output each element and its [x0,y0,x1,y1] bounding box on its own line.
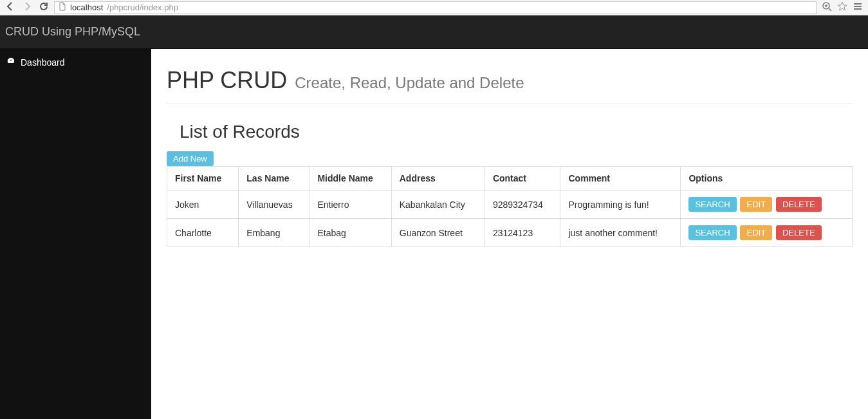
page-header: PHP CRUD Create, Read, Update and Delete [167,63,853,104]
url-host: localhost [70,3,103,12]
search-button[interactable]: SEARCH [688,197,736,212]
cell-comment: Programming is fun! [560,191,681,219]
cell-middle: Entierro [309,191,391,219]
add-new-button[interactable]: Add New [167,151,214,166]
cell-options: SEARCH EDIT DELETE [681,191,853,219]
cell-first: Charlotte [167,219,239,247]
cell-contact: 23124123 [485,219,560,247]
col-options: Options [681,167,853,191]
search-button[interactable]: SEARCH [688,225,736,240]
col-contact: Contact [485,167,560,191]
sidebar-item-dashboard[interactable]: Dashboard [0,49,151,75]
records-table: First Name Las Name Middle Name Address … [167,166,853,247]
cell-comment: just another comment! [560,219,681,247]
edit-button[interactable]: EDIT [740,197,772,212]
page-icon [59,2,66,13]
cell-address: Kabankalan City [391,191,485,219]
forward-icon[interactable] [22,1,32,14]
url-path: /phpcrud/index.php [107,3,178,12]
edit-button[interactable]: EDIT [740,225,772,240]
reload-icon[interactable] [39,1,49,14]
delete-button[interactable]: DELETE [776,225,822,240]
brand-title: CRUD Using PHP/MySQL [5,25,140,39]
col-address: Address [391,167,485,191]
cell-middle: Etabag [309,219,391,247]
browser-toolbar: localhost/phpcrud/index.php [0,0,868,15]
col-comment: Comment [560,167,681,191]
col-middle-name: Middle Name [309,167,391,191]
table-row: Charlotte Embang Etabag Guanzon Street 2… [167,219,853,247]
menu-icon[interactable] [853,1,863,14]
svg-rect-1 [854,3,862,5]
cell-contact: 9289324734 [485,191,560,219]
sidebar-item-label: Dashboard [21,57,65,68]
cell-first: Joken [167,191,239,219]
topbar: CRUD Using PHP/MySQL [0,15,868,49]
col-last-name: Las Name [239,167,309,191]
svg-rect-3 [854,8,862,10]
cell-options: SEARCH EDIT DELETE [681,219,853,247]
url-input[interactable]: localhost/phpcrud/index.php [54,1,817,14]
cell-last: Villanuevas [239,191,309,219]
star-icon[interactable] [837,1,847,14]
delete-button[interactable]: DELETE [776,197,822,212]
zoom-icon[interactable] [822,1,832,14]
cell-address: Guanzon Street [391,219,485,247]
section-title: List of Records [180,122,853,142]
page-title: PHP CRUD [167,67,287,93]
cell-last: Embang [239,219,309,247]
table-row: Joken Villanuevas Entierro Kabankalan Ci… [167,191,853,219]
col-first-name: First Name [167,167,239,191]
svg-rect-2 [854,6,862,7]
dashboard-icon [6,57,15,68]
page-subtitle: Create, Read, Update and Delete [295,74,524,91]
main-content: PHP CRUD Create, Read, Update and Delete… [151,49,868,419]
sidebar: Dashboard [0,49,151,419]
back-icon[interactable] [5,1,15,14]
